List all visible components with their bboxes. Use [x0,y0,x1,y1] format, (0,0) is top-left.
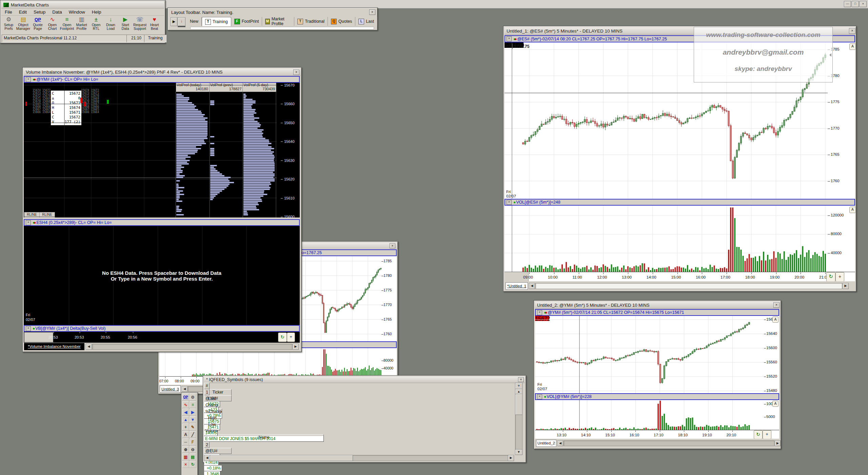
auto-scale-button[interactable]: A [772,317,778,323]
close-icon[interactable]: × [369,10,375,15]
add-symbol-icon[interactable]: + [515,383,522,390]
volume-pane[interactable]: 100005000A [535,400,779,430]
close-icon[interactable]: × [860,1,867,7]
window-untitled2[interactable]: Untitled_2: @YM# (5m*) 5 Minutes* - DELA… [534,300,781,449]
bar-stats-icon[interactable]: ▥ [182,453,189,460]
layout-tab-training[interactable]: TTraining [202,17,231,26]
add-pane-icon[interactable]: + [763,430,771,439]
auto-scale-button[interactable]: A [849,43,856,50]
zoom-in-icon[interactable]: ⊕ [182,445,189,453]
draw-pencil-icon[interactable]: ✎ [189,423,196,431]
zoom-out-icon[interactable]: ⊖ [189,445,196,453]
delete-icon[interactable]: × [182,460,189,468]
save-layout-icon[interactable]: ↓ [178,17,185,27]
vertical-scrollbar-thumb[interactable] [515,394,522,415]
window-volume-imbalance[interactable]: Volume Imbalance November: @YM# (1x4*), … [22,67,302,352]
tab-untitled1[interactable]: *Untitled_1 [506,282,528,290]
symbols-table[interactable]: #TickerLastChange%ChangeHighLowVolumeNam… [204,383,451,475]
scroll-left-icon[interactable]: ◀ [529,283,535,289]
layout-tab-footprint[interactable]: FFootPrint [231,17,262,26]
layout-tab-traditional[interactable]: TTraditional [294,17,328,26]
close-pane-icon[interactable]: × [507,36,512,41]
down-load-button[interactable]: ↓DownLoad [103,16,118,34]
volume-pane[interactable]: 1200008000040000 [505,206,855,272]
minimize-icon[interactable]: — [844,1,851,7]
refresh-icon[interactable]: ↻ [278,332,287,342]
object-manager-button[interactable]: ▤ObjectManager [16,16,31,34]
scroll-right-icon[interactable]: ▶ [843,283,849,289]
close-icon[interactable]: × [293,70,299,75]
scroll-left-icon[interactable]: ◀ [182,386,188,392]
drawing-toolbar[interactable]: QP⚙∿≡◀▶▲▼+✎A╱─F⊕⊖▥▤×↻ [181,392,198,475]
close-icon[interactable]: × [773,302,780,308]
price-pane[interactable]: 15680156401560015560155201548015672Fri02… [535,316,779,393]
heart-beat-button[interactable]: ♥HeartBeat [147,16,162,34]
open-rtl-button[interactable]: ±OpenRTL [89,16,103,34]
close-pane-icon[interactable]: × [537,310,542,315]
start-data-button[interactable]: ▶StartData [118,16,133,34]
restore-icon[interactable]: □ [852,1,859,7]
add-pane-icon[interactable]: + [287,332,295,342]
horizontal-scrollbar[interactable] [92,344,292,350]
scroll-left-icon[interactable]: ◀ [557,440,563,446]
scroll-right-icon[interactable]: ▶ [293,344,299,350]
auto-scale-button[interactable]: A [849,207,856,213]
tab-volume-imbalance[interactable]: *Volume Imbalance November [24,343,84,350]
column-header[interactable]: # [204,383,210,389]
close-icon[interactable]: × [518,377,524,382]
quote-page-button[interactable]: QPQuotePage [31,16,45,34]
menu-item-file[interactable]: File [1,9,16,15]
window-marketdelta-main[interactable]: MarketDelta Charts FileEditSetupDataWind… [0,0,165,43]
tab-untitled2[interactable]: Untitled_2 [536,440,556,447]
tab-untitled3[interactable]: Untitled_3 [160,385,181,393]
add-pane-icon[interactable]: + [835,272,844,282]
trendline-icon[interactable]: ╱ [189,431,196,438]
menu-item-window[interactable]: Window [65,9,88,15]
pnf-volprof-pane[interactable]: VolProf (today)140180VolProf (prev)17882… [24,83,300,217]
scroll-up-icon[interactable]: ▲ [182,416,189,423]
horizontal-scrollbar[interactable] [564,440,774,446]
scroll-down-icon[interactable]: ▼ [189,416,196,423]
open-footprint-button[interactable]: ≡OpenFootprint [60,16,74,34]
refresh-icon[interactable]: ↻ [826,272,835,282]
close-pane-icon[interactable]: × [26,77,31,82]
layout-tab-new[interactable]: New [187,17,202,26]
window-iqfeed-symbols[interactable]: * IQFEED_Symbols (9 issues) × #TickerLas… [203,375,526,463]
scroll-left-icon[interactable]: ◀ [204,455,210,461]
close-icon[interactable]: × [390,243,395,248]
volume-pane[interactable]: 8000040000 [159,348,397,376]
scroll-left-icon[interactable]: ◀ [86,344,92,350]
fibonacci-icon[interactable]: F [189,438,196,445]
request-support-button[interactable]: ☏RequestSupport [133,16,147,34]
layout-tab-market-profile[interactable]: MMarket Profile [262,17,294,26]
layout-tab-quotes[interactable]: QQuotes [328,17,355,26]
setup-prefs-button[interactable]: ⚙SetupPrefs [1,16,16,34]
horizontal-line-icon[interactable]: ─ [182,438,189,445]
horizontal-scrollbar[interactable] [535,283,842,289]
pan-right-icon[interactable]: ▶ [189,408,196,416]
table-row[interactable]: 1@YM#15672+123+0.79%1567515471140053E-MI… [204,389,451,442]
scroll-down-icon[interactable]: ▼ [515,449,522,455]
close-pane-icon[interactable]: × [26,326,31,331]
menu-item-data[interactable]: Data [49,9,65,15]
play-layout-icon[interactable]: ▶ [171,17,177,26]
scroll-right-icon[interactable]: ▶ [508,455,514,461]
close-pane-icon[interactable]: × [26,220,31,225]
refresh-icon[interactable]: ↻ [189,460,196,468]
open-chart-button[interactable]: ∿OpenChart [45,16,60,34]
esh4-empty-pane[interactable]: No ESH4 Data. Press Spacebar to Download… [24,226,300,325]
pan-left-icon[interactable]: ◀ [182,408,189,416]
close-icon[interactable]: × [849,28,855,34]
horizontal-scrollbar-thumb[interactable] [210,455,353,461]
auto-scale-button[interactable]: A [772,401,778,407]
menu-item-help[interactable]: Help [88,9,105,15]
settings-icon[interactable]: ⚙ [189,393,196,401]
profile-icon[interactable]: ▤ [189,453,196,460]
crosshair-icon[interactable]: + [182,423,189,431]
quote-page-icon[interactable]: QP [182,393,189,401]
menu-item-setup[interactable]: Setup [30,9,49,15]
close-pane-icon[interactable]: × [507,200,512,205]
refresh-icon[interactable]: ↻ [754,430,763,439]
price-chart-icon[interactable]: ∿ [182,401,189,408]
footprint-icon[interactable]: ≡ [189,401,196,408]
